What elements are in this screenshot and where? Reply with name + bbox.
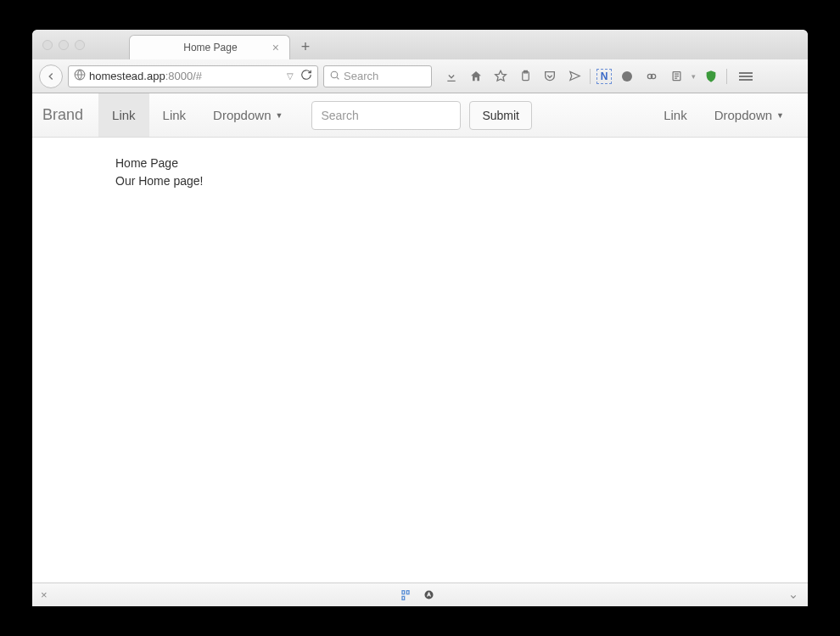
nav-link-1-label: Link <box>112 108 136 122</box>
reload-button[interactable] <box>300 69 312 83</box>
clipboard-icon <box>519 70 532 82</box>
ext-cloud-button[interactable] <box>642 67 661 86</box>
page-heading: Home Page <box>115 155 808 172</box>
status-bar: × <box>32 583 808 606</box>
card-dropdown-icon[interactable]: ▾ <box>692 72 696 81</box>
bookmarks-button[interactable] <box>491 67 510 86</box>
tool-icon <box>399 588 412 602</box>
toolbar-separator-2 <box>726 69 727 84</box>
nav-link-1[interactable]: Link <box>98 93 149 137</box>
arrow-down-icon <box>787 589 799 601</box>
maximize-window-button[interactable] <box>75 40 85 50</box>
back-button[interactable] <box>39 65 63 88</box>
toolbar-icons: N ▾ <box>442 67 755 86</box>
status-tool-button-2[interactable] <box>423 588 435 601</box>
page-content: Home Page Our Home page! <box>32 138 808 190</box>
send-icon <box>568 70 581 82</box>
pocket-button[interactable] <box>540 67 559 86</box>
browser-window: Home Page × + homestead.app:8000/# ▽ <box>32 30 808 606</box>
url-text: homestead.app:8000/# <box>89 70 283 82</box>
navbar-submit-button[interactable]: Submit <box>469 101 532 130</box>
browser-search-input[interactable] <box>344 70 426 82</box>
url-host: homestead.app <box>89 70 165 82</box>
face-icon <box>620 70 634 83</box>
hamburger-icon <box>739 70 753 82</box>
new-tab-button[interactable]: + <box>295 37 316 57</box>
nav-link-2-label: Link <box>163 108 187 122</box>
star-icon <box>494 70 507 83</box>
caret-down-icon: ▼ <box>275 111 283 120</box>
close-tab-icon[interactable]: × <box>272 42 279 53</box>
minimize-window-button[interactable] <box>59 40 69 50</box>
menu-button[interactable] <box>736 67 755 86</box>
nav-link-2[interactable]: Link <box>149 93 200 137</box>
back-icon <box>45 70 57 82</box>
browser-tab[interactable]: Home Page × <box>129 35 290 59</box>
status-close-button[interactable]: × <box>41 588 48 601</box>
url-path: :8000/# <box>165 70 202 82</box>
downloads-button[interactable] <box>442 67 461 86</box>
readlist-button[interactable] <box>516 67 535 86</box>
cloud-icon <box>645 70 658 83</box>
page-navbar: Brand Link Link Dropdown ▼ Submit Link D… <box>32 93 808 138</box>
navbar-search-input[interactable] <box>311 101 461 130</box>
search-icon <box>329 70 340 83</box>
svg-point-3 <box>622 71 632 82</box>
pocket-icon <box>543 70 557 83</box>
nav-link-right-label: Link <box>664 108 687 122</box>
window-controls <box>32 30 95 59</box>
ext-note-button[interactable]: N <box>596 69 612 84</box>
download-icon <box>445 70 458 83</box>
url-bar[interactable]: homestead.app:8000/# ▽ <box>68 65 318 87</box>
page-subtext: Our Home page! <box>115 172 808 190</box>
ext-face-button[interactable] <box>618 67 636 86</box>
browser-search-bar[interactable] <box>323 65 432 87</box>
nav-dropdown-1[interactable]: Dropdown ▼ <box>199 93 296 137</box>
caret-down-icon: ▼ <box>776 111 784 120</box>
toolbar-separator <box>590 69 591 84</box>
globe-icon <box>74 69 86 83</box>
status-tool-button-1[interactable] <box>399 588 412 602</box>
tab-title: Home Page <box>172 42 249 53</box>
nav-link-right[interactable]: Link <box>650 93 701 137</box>
reload-icon <box>300 69 312 81</box>
ext-shield-button[interactable] <box>702 67 720 86</box>
browser-toolbar: homestead.app:8000/# ▽ N ▾ <box>32 59 808 93</box>
nav-dropdown-right-label: Dropdown <box>714 108 772 122</box>
home-button[interactable] <box>467 67 485 86</box>
ext-card-button[interactable] <box>667 67 686 86</box>
status-down-button[interactable] <box>787 589 799 601</box>
svg-point-1 <box>331 71 338 78</box>
brand-link[interactable]: Brand <box>42 106 98 124</box>
send-button[interactable] <box>565 67 584 86</box>
page-viewport: Brand Link Link Dropdown ▼ Submit Link D… <box>32 93 808 606</box>
nav-dropdown-1-label: Dropdown <box>213 108 271 122</box>
home-icon <box>469 70 483 83</box>
tab-bar: Home Page × + <box>32 30 808 59</box>
nav-dropdown-right[interactable]: Dropdown ▼ <box>701 93 798 137</box>
card-icon <box>670 70 683 82</box>
url-dropdown-icon[interactable]: ▽ <box>287 71 294 81</box>
navbar-form: Submit <box>311 101 532 130</box>
circle-icon <box>423 588 435 601</box>
shield-icon <box>704 70 718 83</box>
close-window-button[interactable] <box>42 40 53 50</box>
